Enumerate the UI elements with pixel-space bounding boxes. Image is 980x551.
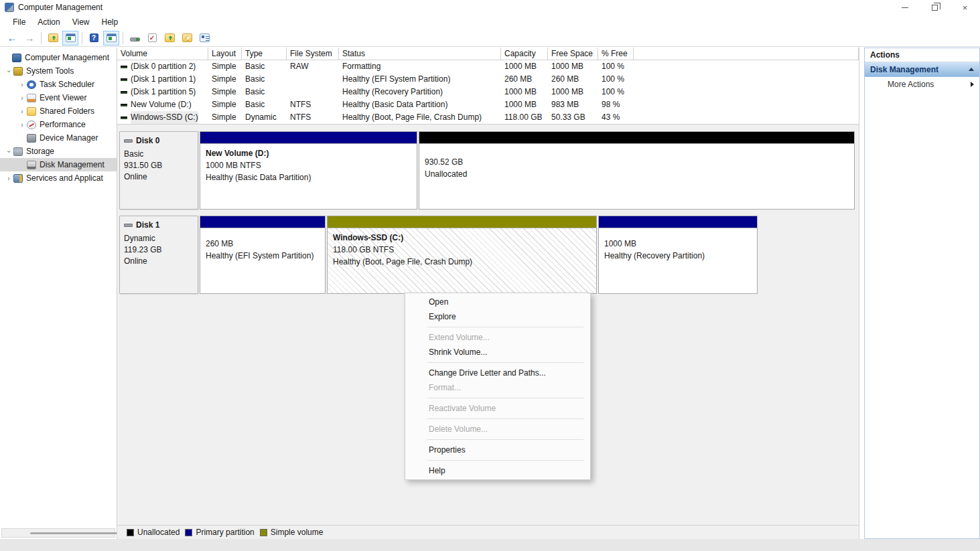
- actions-header: Actions: [865, 48, 979, 62]
- services-icon: [13, 174, 23, 183]
- tree-item-performance[interactable]: › Performance: [0, 118, 117, 131]
- close-button[interactable]: ×: [950, 0, 980, 15]
- actions-pane: Actions Disk Management More Actions: [864, 48, 980, 539]
- tree-label: Device Manager: [40, 133, 98, 143]
- properties-button[interactable]: [196, 31, 212, 46]
- rescan-button[interactable]: [127, 31, 143, 46]
- help-button[interactable]: ?: [86, 31, 102, 46]
- table-row-selected[interactable]: Windows-SSD (C:) Simple Dynamic NTFS Hea…: [117, 111, 859, 124]
- tree-item-services-and-applications[interactable]: › Services and Applicat: [0, 171, 117, 185]
- show-action-pane-button[interactable]: [103, 31, 119, 46]
- tree-label: Computer Management: [25, 53, 109, 62]
- disk0-size: 931.50 GB: [124, 160, 194, 171]
- refresh-button[interactable]: ✓: [144, 31, 160, 46]
- menu-bar: File Action View Help: [0, 15, 980, 29]
- drive-icon: [124, 224, 133, 227]
- partition-windows-ssd-c[interactable]: Windows-SSD (C:) 118.00 GB NTFS Healthy …: [327, 216, 597, 294]
- chevron-right-icon[interactable]: ›: [17, 108, 27, 115]
- scrollbar-thumb[interactable]: [30, 532, 117, 534]
- attach-vhd-button[interactable]: [179, 31, 195, 46]
- tree-item-storage[interactable]: › Storage: [0, 145, 117, 158]
- column-status[interactable]: Status: [339, 48, 501, 60]
- chevron-right-icon[interactable]: ›: [17, 121, 27, 129]
- storage-icon: [13, 147, 23, 156]
- show-console-tree-button[interactable]: [62, 31, 78, 46]
- tree-item-event-viewer[interactable]: › Event Viewer: [0, 91, 117, 104]
- column-volume[interactable]: Volume: [117, 48, 208, 60]
- chevron-down-icon[interactable]: ›: [5, 147, 13, 156]
- legend-label: Primary partition: [196, 528, 254, 537]
- partition-efi-system[interactable]: 260 MB Healthy (EFI System Partition): [200, 216, 326, 294]
- menu-separator: [427, 398, 583, 398]
- primary-partition-band: [200, 216, 325, 228]
- details-icon: [200, 33, 210, 42]
- tree-label: Task Scheduler: [40, 80, 94, 89]
- column-file-system[interactable]: File System: [287, 48, 339, 60]
- table-row[interactable]: (Disk 0 partition 2) Simple Basic RAW Fo…: [117, 60, 859, 73]
- back-icon: ←: [7, 33, 17, 43]
- create-vhd-button[interactable]: [161, 31, 178, 46]
- menu-item-shrink-volume[interactable]: Shrink Volume...: [405, 345, 590, 360]
- volume-list-header: Volume Layout Type File System Status Ca…: [117, 48, 859, 60]
- chevron-right-icon[interactable]: ›: [17, 81, 27, 88]
- disk1-label-box[interactable]: Disk 1 Dynamic 119.23 GB Online: [119, 216, 198, 294]
- menu-item-change-drive-letter[interactable]: Change Drive Letter and Paths...: [405, 366, 590, 380]
- minimize-button[interactable]: [890, 0, 920, 15]
- tree-item-shared-folders[interactable]: › Shared Folders: [0, 104, 117, 118]
- menu-item-properties[interactable]: Properties: [405, 443, 590, 457]
- more-actions-item[interactable]: More Actions: [865, 77, 979, 92]
- column-layout[interactable]: Layout: [208, 48, 242, 60]
- volume-list: Volume Layout Type File System Status Ca…: [117, 48, 859, 125]
- disk0-status: Online: [124, 171, 194, 183]
- column-free-space[interactable]: Free Space: [548, 48, 598, 60]
- restore-button[interactable]: [920, 0, 950, 15]
- menu-item-delete-volume: Delete Volume...: [405, 422, 590, 437]
- column-capacity[interactable]: Capacity: [501, 48, 548, 60]
- disk0-label-box[interactable]: Disk 0 Basic 931.50 GB Online: [119, 131, 198, 210]
- tree-item-device-manager[interactable]: Device Manager: [0, 131, 117, 145]
- system-tools-icon: [13, 67, 23, 76]
- menu-help[interactable]: Help: [96, 15, 125, 29]
- menu-item-help[interactable]: Help: [405, 463, 590, 478]
- actions-group-disk-management[interactable]: Disk Management: [865, 62, 979, 77]
- export-list-button[interactable]: [45, 31, 61, 46]
- tree-item-computer-management[interactable]: Computer Management: [0, 51, 117, 64]
- context-menu: Open Explore Extend Volume... Shrink Vol…: [405, 293, 591, 480]
- chevron-right-icon[interactable]: ›: [4, 175, 13, 182]
- menu-separator: [427, 327, 583, 327]
- column-pct-free[interactable]: % Free: [598, 48, 634, 60]
- collapse-icon[interactable]: [969, 68, 974, 71]
- computer-management-window: Computer Management × File Action View H…: [0, 0, 980, 539]
- disk-management-icon: [27, 161, 36, 169]
- tree-label: Shared Folders: [40, 106, 94, 116]
- chevron-right-icon[interactable]: ›: [17, 94, 27, 102]
- partition-unallocated[interactable]: 930.52 GB Unallocated: [419, 131, 855, 210]
- partition-recovery[interactable]: 1000 MB Healthy (Recovery Partition): [598, 216, 758, 294]
- performance-icon: [27, 121, 36, 129]
- chevron-down-icon[interactable]: ›: [5, 66, 13, 76]
- menu-item-explore[interactable]: Explore: [405, 309, 590, 324]
- title-bar: Computer Management ×: [0, 0, 980, 15]
- tree-item-disk-management[interactable]: Disk Management: [0, 158, 117, 171]
- disk1-type: Dynamic: [124, 233, 194, 244]
- menu-item-open[interactable]: Open: [405, 295, 590, 309]
- disk1-row: Disk 1 Dynamic 119.23 GB Online 260 MB H…: [119, 216, 857, 294]
- back-button[interactable]: ←: [4, 31, 20, 46]
- forward-button[interactable]: →: [21, 31, 38, 46]
- menu-view[interactable]: View: [66, 15, 96, 29]
- partition-new-volume-d[interactable]: New Volume (D:) 1000 MB NTFS Healthy (Ba…: [200, 131, 417, 210]
- tree-item-task-scheduler[interactable]: › Task Scheduler: [0, 78, 117, 91]
- table-row[interactable]: (Disk 1 partition 1) Simple Basic Health…: [117, 73, 859, 86]
- menu-action[interactable]: Action: [31, 15, 66, 29]
- legend-label: Unallocated: [137, 528, 180, 537]
- table-row[interactable]: New Volume (D:) Simple Basic NTFS Health…: [117, 98, 859, 111]
- table-row[interactable]: (Disk 1 partition 5) Simple Basic Health…: [117, 86, 859, 98]
- primary-partition-swatch: [185, 529, 192, 536]
- legend-bar: Unallocated Primary partition Simple vol…: [117, 525, 859, 539]
- column-type[interactable]: Type: [242, 48, 287, 60]
- menu-separator: [427, 439, 583, 440]
- menu-file[interactable]: File: [7, 15, 31, 29]
- volume-icon: [121, 116, 127, 119]
- sidebar-horizontal-scrollbar[interactable]: [1, 528, 115, 538]
- tree-item-system-tools[interactable]: › System Tools: [0, 64, 117, 78]
